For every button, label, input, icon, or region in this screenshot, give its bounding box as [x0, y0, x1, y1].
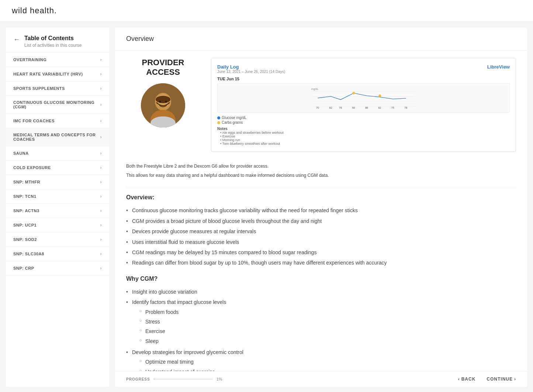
- overview-heading: Overview:: [126, 194, 516, 201]
- svg-text:mg/dL: mg/dL: [311, 88, 319, 91]
- progress-section: PROGRESS 1%: [126, 377, 222, 381]
- svg-point-12: [352, 92, 355, 94]
- sidebar-item[interactable]: IMC FOR COACHES›: [6, 114, 109, 128]
- list-item: Develop strategies for improved glycemic…: [126, 347, 516, 371]
- overview-bullets: Continuous glucose monitoring tracks glu…: [126, 205, 516, 268]
- list-item: Continuous glucose monitoring tracks glu…: [126, 205, 516, 216]
- sidebar-item[interactable]: SNP: MTHFR›: [6, 175, 109, 189]
- back-chevron: ‹: [458, 377, 460, 382]
- chevron-right-icon: ›: [100, 71, 102, 77]
- app-header: wild health.: [0, 0, 533, 22]
- sidebar-item[interactable]: SNP: CRP›: [6, 261, 109, 276]
- chevron-right-icon: ›: [100, 86, 102, 91]
- list-item: Insight into glucose variation: [126, 287, 516, 297]
- list-item: Sleep: [139, 336, 516, 346]
- chevron-right-icon: ›: [100, 179, 102, 185]
- sidebar-items-list: OVERTRAINING›HEART RATE VARIABILITY (HRV…: [6, 53, 109, 276]
- svg-text:70: 70: [316, 106, 319, 109]
- back-label: BACK: [461, 377, 476, 382]
- glucose-chart: mg/dL 70 82 78 90 88 82 75 78: [217, 83, 510, 113]
- note-item: • Exercise: [217, 134, 510, 138]
- content-area: Overview PROVIDER ACCESS: [115, 28, 527, 387]
- list-item: Stress: [139, 317, 516, 326]
- sidebar-item[interactable]: OVERTRAINING›: [6, 53, 109, 67]
- progress-bar: [154, 378, 213, 380]
- svg-point-5: [159, 101, 161, 102]
- sub-list: Optimize meal timingUnderstand impact of…: [139, 357, 516, 371]
- sidebar-item[interactable]: SNP: SLC30A8›: [6, 247, 109, 261]
- progress-label: PROGRESS: [126, 377, 150, 381]
- continue-label: CONTINUE: [487, 377, 513, 382]
- list-item: CGM readings may be delayed by 15 minute…: [126, 247, 516, 258]
- daily-log-date-label: TUE Jun 15: [217, 77, 510, 81]
- continue-button[interactable]: CONTINUE ›: [487, 377, 516, 382]
- daily-log-dates: June 13, 2021 – June 26, 2021 (14 Days): [217, 70, 285, 74]
- chevron-right-icon: ›: [100, 57, 102, 62]
- provider-card: PROVIDER ACCESS: [126, 58, 200, 127]
- list-item: Problem foods: [139, 307, 516, 317]
- sidebar: ← Table of Contents List of activities i…: [6, 28, 109, 387]
- sidebar-subtitle: List of activities in this course: [24, 43, 82, 48]
- avatar: [141, 83, 185, 127]
- chevron-right-icon: ›: [100, 118, 102, 123]
- svg-text:78: 78: [339, 106, 342, 109]
- chevron-right-icon: ›: [100, 151, 102, 156]
- sidebar-item[interactable]: SPORTS SUPPLEMENTS›: [6, 81, 109, 96]
- svg-text:88: 88: [365, 106, 368, 109]
- chevron-right-icon: ›: [100, 208, 102, 213]
- daily-log-header: Daily Log June 13, 2021 – June 26, 2021 …: [217, 64, 510, 74]
- sidebar-item[interactable]: SNP: ACTN3›: [6, 204, 109, 218]
- sidebar-header: ← Table of Contents List of activities i…: [6, 28, 109, 53]
- svg-point-13: [378, 94, 381, 97]
- progress-pct: 1%: [217, 377, 222, 381]
- chevron-right-icon: ›: [100, 102, 102, 107]
- svg-point-6: [165, 101, 167, 102]
- sidebar-item[interactable]: MEDICAL TERMS AND CONCEPTS FOR COACHES›: [6, 128, 109, 146]
- sidebar-item[interactable]: SNP: TCN1›: [6, 189, 109, 204]
- list-item: Devices provide glucose measures at regu…: [126, 226, 516, 237]
- preview-section: PROVIDER ACCESS: [126, 58, 516, 152]
- chevron-right-icon: ›: [100, 165, 102, 170]
- back-button[interactable]: ‹ BACK: [458, 377, 476, 382]
- sidebar-item[interactable]: SAUNA›: [6, 146, 109, 161]
- sidebar-item[interactable]: SNP: UCP1›: [6, 218, 109, 232]
- sub-list: Problem foodsStressExerciseSleep: [139, 307, 516, 346]
- libre-view-label[interactable]: LibreView: [487, 64, 510, 70]
- why-cgm-heading: Why CGM?: [126, 276, 516, 282]
- note-item: • Ate eggs and strawberries before worko…: [217, 131, 510, 134]
- provider-text-1: Both the Freestyle Libre 2 and the Dexco…: [126, 163, 516, 170]
- daily-log-title: Daily Log: [217, 64, 285, 70]
- note-item: • Twin blueberry smoothies after workout: [217, 142, 510, 146]
- list-item: Identify factors that impact glucose lev…: [126, 297, 516, 347]
- chevron-right-icon: ›: [100, 194, 102, 199]
- svg-text:75: 75: [391, 106, 394, 109]
- chevron-right-icon: ›: [100, 134, 102, 140]
- provider-text-2: This allows for easy data sharing and a …: [126, 172, 516, 179]
- content-header: Overview: [115, 28, 527, 50]
- svg-text:78: 78: [404, 106, 407, 109]
- chevron-right-icon: ›: [100, 266, 102, 271]
- sidebar-item[interactable]: HEART RATE VARIABILITY (HRV)›: [6, 67, 109, 81]
- nav-buttons: ‹ BACK CONTINUE ›: [458, 377, 516, 382]
- progress-bar-fill: [154, 378, 155, 380]
- svg-text:82: 82: [329, 106, 332, 109]
- sidebar-title: Table of Contents: [24, 35, 82, 42]
- sidebar-item[interactable]: COLD EXPOSURE›: [6, 161, 109, 175]
- sidebar-item[interactable]: CONTINUOUS GLUCOSE MONITORING (CGM)›: [6, 96, 109, 114]
- svg-text:90: 90: [352, 106, 355, 109]
- main-container: ← Table of Contents List of activities i…: [0, 22, 533, 392]
- content-body: PROVIDER ACCESS: [115, 50, 527, 371]
- list-item: CGM provides a broad picture of blood gl…: [126, 216, 516, 226]
- list-item: Uses interstitial fluid to measure gluco…: [126, 237, 516, 247]
- notes-label: Notes: [217, 127, 510, 131]
- sidebar-item[interactable]: SNP: SOD2›: [6, 232, 109, 247]
- chevron-right-icon: ›: [100, 223, 102, 228]
- list-item: Exercise: [139, 326, 516, 336]
- list-item: Understand impact of exercise: [139, 367, 516, 371]
- svg-text:82: 82: [378, 106, 381, 109]
- daily-log-card: Daily Log June 13, 2021 – June 26, 2021 …: [211, 58, 516, 152]
- content-title: Overview: [126, 35, 516, 43]
- content-footer: PROGRESS 1% ‹ BACK CONTINUE ›: [115, 371, 527, 387]
- back-icon[interactable]: ←: [13, 36, 20, 43]
- provider-label: PROVIDER ACCESS: [126, 58, 200, 77]
